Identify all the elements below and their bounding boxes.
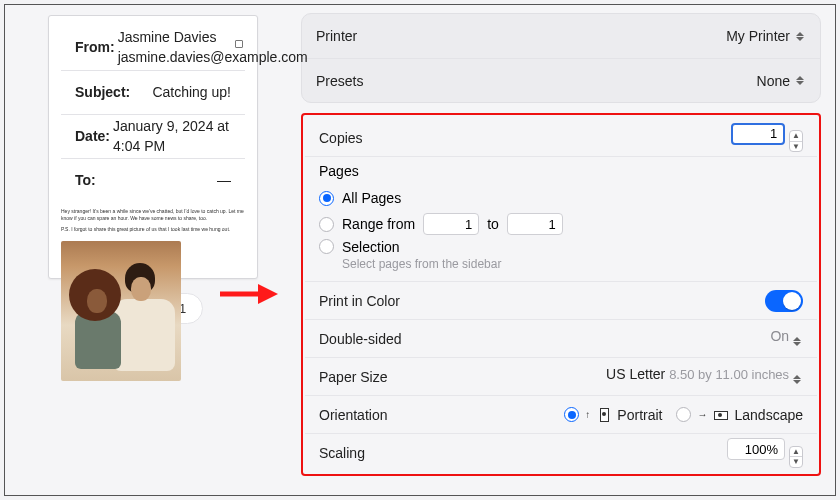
doublesided-label: Double-sided	[319, 331, 402, 347]
printer-presets-group: Printer My Printer Presets None	[301, 13, 821, 103]
presets-value: None	[757, 73, 790, 89]
updown-icon	[796, 29, 806, 43]
landscape-icon	[713, 407, 728, 422]
arrow-up-icon: ↑	[585, 409, 590, 420]
print-options-group: Copies ▲▼ Pages All Pages Range from	[301, 113, 821, 476]
chevron-down-icon: ▼	[790, 457, 802, 467]
radio-icon[interactable]	[676, 407, 691, 422]
copies-input[interactable]	[731, 123, 785, 145]
pages-title: Pages	[319, 163, 803, 179]
radio-icon[interactable]	[319, 191, 334, 206]
pages-block: Pages All Pages Range from to	[305, 157, 817, 282]
orientation-landscape-label: Landscape	[734, 407, 803, 423]
papersize-value: US Letter	[606, 366, 665, 382]
thumb-body-text: Hey stranger! It's been a while since we…	[61, 208, 245, 233]
pages-selection-hint: Select pages from the sidebar	[342, 257, 501, 271]
papersize-dimensions: 8.50 by 11.00 inches	[669, 367, 789, 382]
doublesided-value: On	[770, 328, 789, 344]
presets-label: Presets	[316, 73, 363, 89]
presets-row[interactable]: Presets None	[302, 58, 820, 102]
orientation-row: Orientation ↑ Portrait → Landscape	[305, 396, 817, 434]
orientation-landscape-option[interactable]: → Landscape	[676, 407, 803, 423]
preview-sidebar: From:Jasmine Davies jasmine.davies@examp…	[5, 5, 295, 495]
chevron-up-icon: ▲	[790, 447, 802, 458]
doublesided-row[interactable]: Double-sided On	[305, 320, 817, 358]
pages-option-all[interactable]: All Pages	[319, 185, 803, 211]
color-row: Print in Color	[305, 282, 817, 320]
copies-label: Copies	[319, 130, 363, 146]
updown-icon	[793, 335, 803, 349]
chevron-up-icon: ▲	[790, 131, 802, 142]
arrow-right-icon: →	[697, 409, 707, 420]
scaling-stepper[interactable]: ▲▼	[789, 446, 803, 468]
chevron-down-icon: ▼	[790, 142, 802, 152]
pages-range-label: Range from	[342, 216, 415, 232]
orientation-portrait-option[interactable]: ↑ Portrait	[564, 407, 662, 423]
page-thumbnail[interactable]: From:Jasmine Davies jasmine.davies@examp…	[48, 15, 258, 279]
updown-icon	[793, 373, 803, 387]
orientation-label: Orientation	[319, 407, 387, 423]
radio-icon[interactable]	[319, 217, 334, 232]
scaling-input[interactable]	[727, 438, 785, 460]
pages-option-selection[interactable]: Selection Select pages from the sidebar	[319, 237, 803, 271]
printer-value: My Printer	[726, 28, 790, 44]
color-label: Print in Color	[319, 293, 400, 309]
scaling-label: Scaling	[319, 445, 365, 461]
print-settings-panel: Printer My Printer Presets None Co	[295, 5, 835, 495]
copies-stepper[interactable]: ▲▼	[789, 130, 803, 152]
printer-row[interactable]: Printer My Printer	[302, 14, 820, 58]
color-toggle[interactable]	[765, 290, 803, 312]
orientation-portrait-label: Portrait	[617, 407, 662, 423]
scaling-row: Scaling ▲▼	[305, 434, 817, 472]
papersize-row[interactable]: Paper Size US Letter 8.50 by 11.00 inche…	[305, 358, 817, 396]
radio-icon[interactable]	[564, 407, 579, 422]
radio-icon[interactable]	[319, 239, 334, 254]
attachment-icon	[235, 40, 243, 48]
updown-icon	[796, 74, 806, 88]
portrait-icon	[596, 407, 611, 422]
pages-all-label: All Pages	[342, 190, 401, 206]
pages-selection-label: Selection	[342, 239, 501, 255]
thumb-email-header: From:Jasmine Davies jasmine.davies@examp…	[61, 26, 245, 202]
pages-option-range[interactable]: Range from to	[319, 211, 803, 237]
papersize-label: Paper Size	[319, 369, 387, 385]
thumb-photo	[61, 241, 181, 381]
range-from-input[interactable]	[423, 213, 479, 235]
range-to-label: to	[487, 216, 499, 232]
printer-label: Printer	[316, 28, 357, 44]
copies-row: Copies ▲▼	[305, 119, 817, 157]
range-to-input[interactable]	[507, 213, 563, 235]
